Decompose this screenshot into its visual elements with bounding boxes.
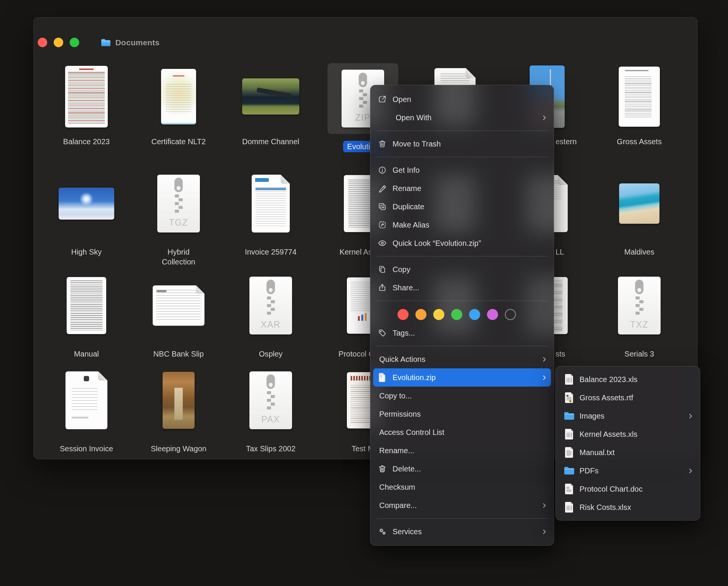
file-maldives[interactable]: Maldives [597,167,681,257]
menu-item-tags[interactable]: Tags... [370,324,554,342]
info-icon [377,166,388,175]
menu-item-evolution-zip[interactable]: Evolution.zip [373,368,551,387]
submenu-item-kernel-assets-xls[interactable]: Kernel Assets.xls [556,425,700,443]
open-icon [377,95,388,104]
menu-item-quick-actions[interactable]: Quick Actions [370,350,554,368]
pax-file-icon: PAX [249,371,292,429]
duplicate-icon [377,202,388,211]
certificate-thumbnail [161,69,196,124]
menu-item-get-info[interactable]: Get Info [370,161,554,179]
spreadsheet-thumbnail [65,66,108,127]
photo-thumbnail [619,183,659,224]
menu-item-quick-look[interactable]: Quick Look “Evolution.zip” [370,234,554,252]
xar-file-icon: XAR [249,277,292,334]
tgz-file-icon: TGZ [157,175,200,232]
menu-item-copy-to[interactable]: Copy to... [370,387,554,405]
menu-item-rename[interactable]: Rename [370,179,554,197]
menu-separator [377,157,548,157]
file-serials-3[interactable]: TXZ Serials 3 [597,269,681,359]
tag-blue[interactable] [469,309,480,320]
tag-none[interactable] [505,309,516,320]
menu-separator [377,346,548,346]
doc-file-icon [563,483,576,495]
submenu-item-protocol-chart-doc[interactable]: Protocol Chart.doc [556,480,700,498]
menu-item-services[interactable]: Services [370,522,554,541]
menu-separator [377,131,548,131]
tag-red[interactable] [398,309,409,320]
archive-extension: XAR [249,320,292,330]
tag-purple[interactable] [487,309,498,320]
folder-icon [101,38,111,47]
spreadsheet-file-icon [563,428,576,440]
minimize-button[interactable] [54,38,63,47]
menu-item-rename-dialog[interactable]: Rename... [370,441,554,460]
menu-item-open[interactable]: Open [370,90,554,108]
context-menu: Open Open With Move to Trash Get Info Re… [370,85,554,546]
file-high-sky[interactable]: High Sky [45,167,128,257]
photo-thumbnail [59,188,114,220]
tag-yellow[interactable] [433,309,444,320]
zip-file-icon [377,373,388,382]
menu-item-checksum[interactable]: Checksum [370,478,554,496]
submenu-item-pdfs-folder[interactable]: PDFs [556,462,700,480]
menu-item-move-to-trash[interactable]: Move to Trash [370,135,554,153]
menu-separator [377,518,548,519]
archive-extension: TGZ [157,218,200,228]
file-ospley[interactable]: XAR Ospley [229,269,313,359]
submenu-item-manual-txt[interactable]: Manual.txt [556,443,700,462]
file-gross-assets[interactable]: Gross Assets [597,63,681,146]
menu-item-open-with[interactable]: Open With [370,108,554,127]
menu-item-compare[interactable]: Compare... [370,496,554,514]
menu-item-make-alias[interactable]: Make Alias [370,216,554,234]
menu-item-copy[interactable]: Copy [370,260,554,279]
copy-icon [377,265,388,274]
menu-item-share[interactable]: Share... [370,279,554,297]
photo-thumbnail [242,78,299,115]
file-hybrid-collection[interactable]: TGZ Hybrid Collection [137,167,220,267]
context-submenu: Balance 2023.xls Gross Assets.rtf Images… [556,366,700,521]
chevron-right-icon [541,374,548,381]
submenu-item-balance-2023-xls[interactable]: Balance 2023.xls [556,370,700,389]
menu-item-duplicate[interactable]: Duplicate [370,197,554,216]
close-button[interactable] [38,38,47,47]
document-thumbnail [67,277,106,334]
spreadsheet-file-icon [563,502,576,513]
file-balance-2023[interactable]: Balance 2023 [45,63,128,146]
archive-extension: TXZ [618,320,661,330]
submenu-item-risk-costs-xlsx[interactable]: Risk Costs.xlsx [556,498,700,516]
file-certificate-nlt2[interactable]: Certificate NLT2 [137,63,220,146]
file-sleeping-wagon[interactable]: Sleeping Wagon [137,364,220,454]
file-nbc-bank-slip[interactable]: NBC Bank Slip [137,269,220,359]
rtf-file-icon [563,392,576,403]
document-thumbnail [619,67,660,127]
file-session-invoice[interactable]: Session Invoice [45,364,128,454]
file-manual[interactable]: Manual [45,269,128,359]
submenu-item-images-folder[interactable]: Images [556,407,700,425]
file-tax-slips-2002[interactable]: PAX Tax Slips 2002 [229,364,313,454]
submenu-item-gross-assets-rtf[interactable]: Gross Assets.rtf [556,389,700,407]
eye-icon [377,239,388,248]
chevron-right-icon [541,115,548,121]
file-invoice-259774[interactable]: Invoice 259774 [229,167,313,257]
tag-icon [377,328,388,338]
document-thumbnail [153,285,204,326]
page-title: Documents [115,38,160,47]
menu-separator [377,256,548,256]
menu-item-permissions[interactable]: Permissions [370,405,554,423]
zoom-button[interactable] [70,38,79,47]
file-domme-channel[interactable]: Domme Channel [229,63,313,146]
share-icon [377,283,388,292]
tag-green[interactable] [451,309,462,320]
tag-orange[interactable] [415,309,426,320]
archive-extension: PAX [249,414,292,425]
trash-icon [377,139,388,148]
chevron-right-icon [541,502,548,509]
menu-item-delete[interactable]: Delete... [370,460,554,478]
trash-icon [377,464,388,473]
invoice-thumbnail [252,175,290,232]
txz-file-icon: TXZ [618,277,661,334]
folder-icon [563,466,576,476]
window-titlebar[interactable]: Documents [34,18,697,59]
menu-item-access-control-list[interactable]: Access Control List [370,423,554,441]
chevron-right-icon [541,356,548,363]
